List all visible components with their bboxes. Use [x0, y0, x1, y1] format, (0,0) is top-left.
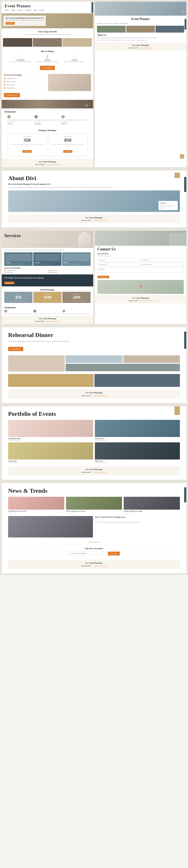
sp-item-3: Venue Setup	[4, 272, 47, 273]
port-cta-title: Let's Start Planning!	[10, 468, 178, 470]
news-featured-label: How To Find The Perfect Wedding Venue	[95, 516, 180, 518]
venue-label: Large Coffee	[112, 23, 119, 24]
packages-section: Event Packages Micro 850 Far far away, b…	[2, 286, 93, 304]
test-name-2: John Smith	[34, 123, 61, 124]
n-cta-row: (312) 312-6178 hello@divievent.com	[10, 565, 178, 567]
hero-cta-btn[interactable]: Get Started	[6, 22, 15, 25]
contact-overlay-shape	[169, 233, 186, 246]
port-sublabel-3: Catering & Setup	[8, 462, 93, 463]
port-cta-email: hello@divievent.com	[94, 471, 107, 473]
nav-about[interactable]: About	[11, 9, 15, 11]
step-1: 1 Consultation Far far away behind the w…	[7, 55, 34, 63]
sp-dot-2	[48, 270, 49, 271]
page-wrapper: Event Planner Home About Services Portfo…	[0, 0, 188, 575]
row-1: Event Planner Home About Services Portfo…	[0, 0, 188, 169]
port-item-3: Table Setting Catering & Setup	[8, 442, 93, 463]
testimonial-2: Far far away, behind the word mountains,…	[34, 115, 61, 124]
contact-email-input[interactable]	[98, 263, 140, 266]
right-hero-img: ✿	[95, 2, 186, 16]
services-cta-btn[interactable]: Our Services	[4, 93, 20, 97]
contact-phone-input[interactable]	[141, 263, 184, 266]
services-title: Services We Provided	[4, 74, 47, 76]
nav-links: Home About Services Portfolio Blog Conta…	[5, 9, 90, 11]
news-item-3: Planning A Wedding On A Budget December …	[124, 497, 180, 514]
rehearsal-cta: Let's Start Planning! (312) 312-6178 hel…	[8, 390, 180, 399]
pkg-price-1: 850	[6, 295, 31, 300]
contact-message[interactable]	[98, 267, 184, 273]
about-divi-text-col: We're An Event Planner In San Francisco,…	[8, 183, 180, 213]
port-label-1: Wedding Reception	[8, 438, 93, 439]
serv-card-desc-3: Far far away behind the word mountains.	[64, 264, 89, 265]
contact-submit-wrap: Send Message	[98, 274, 184, 278]
price-btn-2[interactable]: Book Now	[63, 150, 72, 153]
serv-card-3: Birthday Far far away behind the word mo…	[62, 252, 90, 266]
contact-lastname[interactable]	[141, 258, 184, 262]
sp-dot-1	[4, 270, 6, 271]
services-h1: Services	[4, 233, 21, 239]
nav-portfolio[interactable]: Portfolio	[26, 9, 31, 11]
portfolio-title: Portfolio of Events	[8, 411, 180, 417]
contact-firstname[interactable]	[98, 258, 140, 262]
gold-accent-2	[180, 154, 184, 158]
right-about-title: About Us	[98, 34, 184, 36]
nav-blog[interactable]: Blog	[34, 9, 37, 11]
promo-btn[interactable]: Get Started	[4, 282, 14, 284]
services-testimonials: Testimonials Far far away, behind the wo…	[2, 304, 93, 316]
right-contact-row: ◆ Catering ◆ Music ◆ Large Coffee ◆ Deco…	[97, 22, 184, 25]
news-item-2: The Best Wedding Flowers For Fall Decemb…	[66, 497, 122, 514]
nav-services[interactable]: Services	[17, 9, 23, 11]
serv-card-desc-2: Far far away behind the word mountains.	[35, 264, 61, 265]
newsletter-input[interactable]	[68, 551, 107, 555]
price-btn-1[interactable]: Book Now	[23, 150, 31, 153]
nav-bar: Event Planner Home About Services Portfo…	[2, 2, 93, 13]
service-dot-2	[4, 81, 5, 82]
c-cta-row: (312) 312-6178 hello@divievent.com	[98, 300, 184, 302]
right-cta-phone: (312) 312-6178	[128, 47, 138, 49]
step-3: 3 Planning Far far away behind the word …	[61, 55, 87, 63]
s-test-2: Far far away, behind the word mountains,…	[33, 310, 62, 314]
port-item-2: Garden Party Floral & Decoration Co.	[95, 420, 180, 441]
price-label-2: Large Events	[49, 135, 86, 137]
how-cta-btn[interactable]: Learn More	[40, 66, 55, 70]
s-cta-phone: (312) 312-6178	[35, 320, 45, 322]
testimonials-section: Testimonials Far far away, behind the wo…	[2, 108, 93, 127]
how-it-works-title: How It Works	[4, 49, 90, 53]
about-cta-bar: Let's Start Planning! (312) 312-6178 hel…	[8, 215, 180, 223]
gallery-img-3	[63, 38, 92, 47]
test-text-2: Far far away, behind the word mountains,…	[34, 119, 61, 123]
about-overlay-text: Far far away, behind the word mountains,…	[160, 204, 176, 209]
rehearsal-btn[interactable]: Learn More	[8, 347, 23, 351]
services-cta-footer: Let's Start Planning! (312) 312-6178 hel…	[2, 316, 93, 324]
pkg-2: Wedding 4500 Far far away, behind the wo…	[33, 292, 62, 303]
catering-label: Catering	[99, 23, 103, 24]
decor-icon: ◆	[120, 23, 121, 24]
pricing-section: Pricing & Packages Small Events 350 Far …	[2, 127, 93, 159]
rehearsal-gallery	[8, 355, 180, 371]
decor-label: Decoration	[122, 23, 128, 24]
serv-provided-title: Services We Provided	[4, 267, 90, 269]
s-cta-title: Let's Start Planning!	[4, 317, 90, 320]
testimonial-3: Far far away, behind the word mountains,…	[61, 115, 87, 124]
sp-item-4: Entertainment	[48, 272, 91, 273]
port-img-4	[95, 442, 180, 460]
contact-map: 📍	[98, 280, 184, 294]
cta-email-1: hello@divievent.com	[47, 164, 60, 165]
testimonial-1: Far far away, behind the word mountains,…	[7, 115, 34, 124]
service-1: Catering Service	[4, 77, 47, 80]
contact-submit-btn[interactable]: Send Message	[98, 276, 109, 278]
port-label-3: Table Setting	[8, 460, 93, 462]
site-logo: Event Planner	[5, 4, 90, 8]
news-featured-text: How To Find The Perfect Wedding Venue De…	[95, 516, 180, 537]
packages-title: Event Packages	[4, 288, 90, 292]
newsletter-submit[interactable]: Subscribe	[108, 552, 120, 555]
serv-card-img-2	[35, 254, 61, 261]
sp-item-2: Music & Sound	[48, 270, 91, 271]
catering-icon: ◆	[97, 23, 98, 24]
nav-home[interactable]: Home	[5, 9, 9, 11]
news-more-link[interactable]: + More Updates	[8, 540, 180, 545]
n-cta-phone: (312) 312-6178	[81, 565, 91, 567]
nav-contact[interactable]: Contact	[39, 9, 44, 11]
right-site-title: Event Planner	[97, 17, 184, 22]
serv-card-title-2: Corporate	[35, 262, 61, 263]
services-cta-wrap: Our Services	[4, 91, 47, 99]
